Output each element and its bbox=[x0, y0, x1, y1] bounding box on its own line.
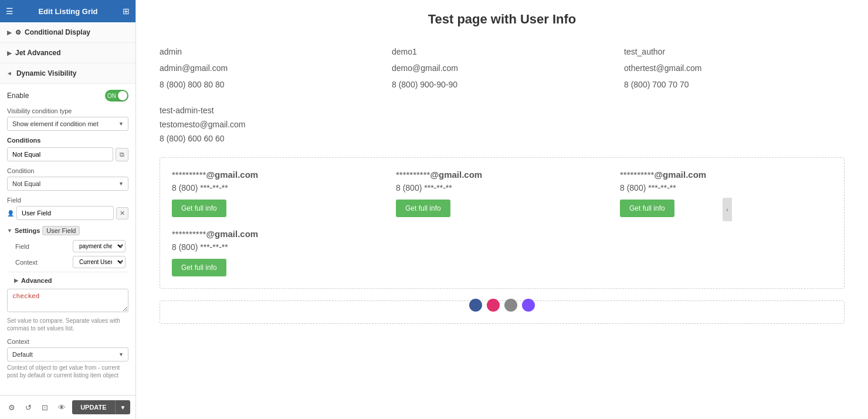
update-dropdown-button[interactable]: ▼ bbox=[115, 400, 131, 414]
jet-advanced-label: Jet Advanced bbox=[15, 49, 61, 57]
arrow-icon: ▶ bbox=[7, 29, 12, 36]
advanced-arrow-icon: ▶ bbox=[14, 278, 18, 283]
mask-text-1: ********** bbox=[172, 170, 206, 180]
conditions-label: Conditions bbox=[7, 137, 128, 144]
jet-advanced-header[interactable]: ▶ Jet Advanced bbox=[0, 43, 135, 63]
masked-email-4: **********@gmail.com bbox=[172, 229, 832, 239]
enable-row: Enable ON bbox=[7, 90, 128, 102]
at-gmail-4: @gmail.com bbox=[206, 229, 258, 239]
enable-label: Enable bbox=[7, 92, 29, 100]
masked-phone-1: 8 (800) ***-**-** bbox=[172, 183, 384, 192]
other-icon-2[interactable] bbox=[522, 299, 535, 312]
visibility-condition-type-label: Visibility condition type bbox=[7, 107, 128, 114]
panel-title: Edit Listing Grid bbox=[38, 7, 97, 16]
settings-field-label: Field bbox=[15, 243, 29, 250]
user-phone-3: 8 (800) 700 70 70 bbox=[624, 77, 845, 92]
arrow-icon-2: ▶ bbox=[7, 50, 12, 56]
update-button[interactable]: UPDATE bbox=[72, 400, 114, 414]
visibility-condition-type-wrapper: Show element if condition met bbox=[7, 117, 128, 131]
visibility-condition-type-select[interactable]: Show element if condition met bbox=[7, 117, 128, 131]
copy-button[interactable]: ⧉ bbox=[116, 148, 128, 161]
collapse-handle[interactable]: ‹ bbox=[723, 198, 732, 221]
enable-toggle[interactable]: ON bbox=[105, 90, 128, 102]
condition-select-wrapper: Not Equal bbox=[7, 177, 128, 191]
value-textarea[interactable]: checked bbox=[7, 289, 128, 312]
user-name-1: admin bbox=[160, 45, 380, 59]
get-full-info-btn-2[interactable]: Get full info bbox=[396, 200, 450, 217]
settings-field-row: Field payment checke bbox=[15, 240, 128, 252]
mask-text-4: ********** bbox=[172, 229, 206, 239]
instagram-icon[interactable] bbox=[487, 299, 500, 312]
masked-single-row: **********@gmail.com 8 (800) ***-**-** G… bbox=[172, 229, 832, 276]
top-bar: ☰ Edit Listing Grid ⊞ bbox=[0, 0, 135, 22]
user-phone-1: 8 (800) 800 80 80 bbox=[160, 77, 380, 92]
context-select[interactable]: Default bbox=[7, 347, 128, 361]
mask-text-2: ********** bbox=[396, 170, 430, 180]
context-select-wrapper: Default bbox=[7, 347, 128, 361]
dynamic-visibility-content: Enable ON Visibility condition type Show… bbox=[0, 84, 135, 391]
dynamic-visibility-header[interactable]: ▼ Dynamic Visibility bbox=[0, 63, 135, 84]
at-gmail-1: @gmail.com bbox=[206, 170, 258, 180]
dv-arrow-icon: ▼ bbox=[6, 70, 13, 76]
facebook-icon[interactable] bbox=[469, 299, 482, 312]
settings-icon: ⚙ bbox=[15, 29, 21, 36]
left-panel: ☰ Edit Listing Grid ⊞ ▶ ⚙ Conditional Di… bbox=[0, 0, 136, 419]
history-toolbar-icon[interactable]: ↺ bbox=[22, 401, 35, 414]
settings-context-row: Context Current User (glc bbox=[15, 256, 128, 268]
user-name-3: test_author bbox=[624, 45, 845, 59]
settings-label: Settings bbox=[15, 227, 40, 234]
conditions-row: Conditions ⧉ bbox=[7, 137, 128, 161]
field-clear-button[interactable]: ✕ bbox=[116, 207, 128, 219]
get-full-info-btn-4[interactable]: Get full info bbox=[172, 259, 226, 276]
field-input-row: 👤 ✕ bbox=[7, 206, 128, 220]
preview-toolbar-icon[interactable]: 👁 bbox=[55, 401, 69, 414]
bottom-section bbox=[160, 300, 845, 324]
advanced-label: Advanced bbox=[21, 277, 52, 284]
get-full-info-btn-3[interactable]: Get full info bbox=[620, 200, 674, 217]
settings-field-select-wrapper: payment checke bbox=[73, 240, 128, 252]
masked-card-2: **********@gmail.com 8 (800) ***-**-** G… bbox=[396, 170, 608, 217]
single-user-section: test-admin-test testomesto@gmail.com 8 (… bbox=[160, 103, 845, 146]
settings-badge: User Field bbox=[42, 226, 80, 235]
field-label: Field bbox=[7, 197, 128, 204]
condition-label: Condition bbox=[7, 167, 128, 174]
at-gmail-2: @gmail.com bbox=[430, 170, 482, 180]
get-full-info-btn-1[interactable]: Get full info bbox=[172, 200, 226, 217]
conditional-display-header[interactable]: ▶ ⚙ Conditional Display bbox=[0, 22, 135, 43]
user-email-3: othertest@gmail.com bbox=[624, 61, 845, 75]
other-icon[interactable] bbox=[504, 299, 517, 312]
field-input[interactable] bbox=[16, 206, 114, 220]
context-row: Context Default Context of object to get… bbox=[7, 338, 128, 379]
settings-field-select[interactable]: payment checke bbox=[73, 240, 126, 252]
mask-text-3: ********** bbox=[620, 170, 654, 180]
visibility-condition-type-row: Visibility condition type Show element i… bbox=[7, 107, 128, 131]
user-phone-2: 8 (800) 900-90-90 bbox=[392, 77, 612, 92]
single-user-phone: 8 (800) 600 60 60 bbox=[160, 131, 845, 146]
hamburger-icon[interactable]: ☰ bbox=[6, 6, 13, 16]
masked-email-3: **********@gmail.com bbox=[620, 170, 832, 180]
masked-phone-2: 8 (800) ***-**-** bbox=[396, 183, 608, 192]
settings-toolbar-icon[interactable]: ⚙ bbox=[5, 401, 19, 414]
masked-section: **********@gmail.com 8 (800) ***-**-** G… bbox=[160, 157, 845, 289]
value-hint-text: Set value to compare. Separate values wi… bbox=[7, 317, 128, 332]
users-grid: admin demo1 test_author admin@gmail.com … bbox=[160, 45, 845, 92]
grid-icon[interactable]: ⊞ bbox=[123, 6, 130, 16]
dynamic-visibility-label: Dynamic Visibility bbox=[16, 69, 77, 77]
masked-email-2: **********@gmail.com bbox=[396, 170, 608, 180]
settings-row: ▼ Settings User Field bbox=[7, 226, 128, 235]
field-row: Field 👤 ✕ bbox=[7, 197, 128, 220]
advanced-sub-header[interactable]: ▶ Advanced bbox=[7, 272, 128, 289]
responsive-toolbar-icon[interactable]: ⊡ bbox=[38, 401, 52, 414]
settings-context-select[interactable]: Current User (glc bbox=[73, 256, 126, 268]
user-icon: 👤 bbox=[7, 210, 14, 217]
masked-phone-4: 8 (800) ***-**-** bbox=[172, 242, 832, 252]
update-btn-group: UPDATE ▼ bbox=[72, 400, 130, 414]
single-user-email: testomesto@gmail.com bbox=[160, 117, 845, 131]
value-textarea-row: checked Set value to compare. Separate v… bbox=[7, 289, 128, 332]
masked-grid: **********@gmail.com 8 (800) ***-**-** G… bbox=[172, 170, 832, 217]
bottom-toolbar: ⚙ ↺ ⊡ 👁 UPDATE ▼ bbox=[0, 395, 135, 419]
condition-input[interactable] bbox=[7, 147, 113, 161]
condition-select[interactable]: Not Equal bbox=[7, 177, 128, 191]
settings-arrow-icon: ▼ bbox=[7, 228, 12, 234]
page-title: Test page with User Info bbox=[160, 12, 845, 27]
